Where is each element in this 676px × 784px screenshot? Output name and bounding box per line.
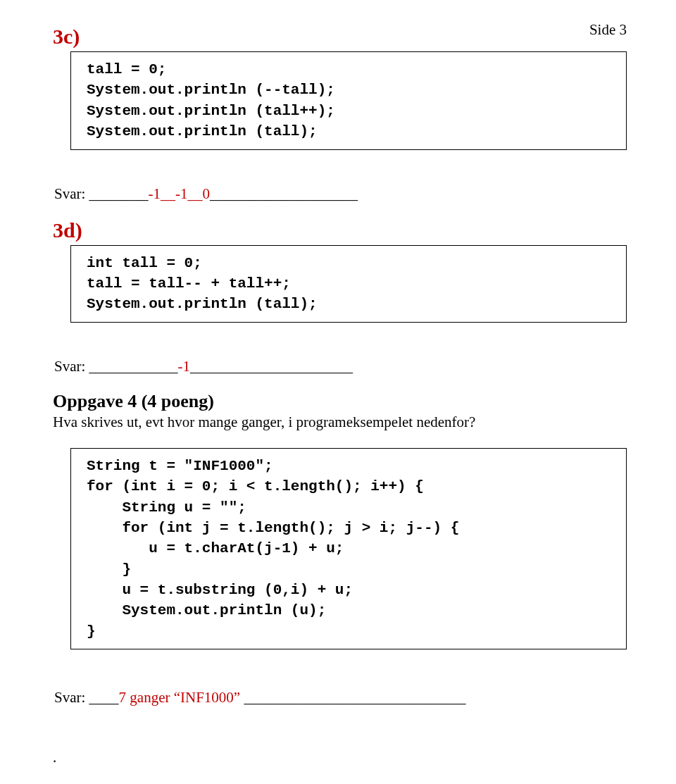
code-box-3d: int tall = 0; tall = tall-- + tall++; Sy… <box>70 245 627 323</box>
svar-answer-3d: -1 <box>178 358 191 375</box>
svar-answer-4: 7 ganger “INF1000” <box>119 689 244 706</box>
code-box-4: String t = "INF1000"; for (int i = 0; i … <box>70 448 627 650</box>
page-content: Side 3 3c) tall = 0; System.out.println … <box>0 0 676 784</box>
question-4-heading: Oppgave 4 (4 poeng) <box>53 391 627 412</box>
svar-prefix-3d: Svar: ____________ <box>54 358 178 375</box>
svar-suffix-4: ______________________________ <box>244 689 465 706</box>
page-number: Side 3 <box>589 21 627 39</box>
svar-suffix-3d: ______________________ <box>190 358 353 375</box>
svar-prefix-4: Svar: ____ <box>54 689 119 706</box>
code-box-3c: tall = 0; System.out.println (--tall); S… <box>70 51 627 150</box>
question-4-description: Hva skrives ut, evt hvor mange ganger, i… <box>53 413 627 431</box>
question-3d-label: 3d) <box>53 218 627 242</box>
answer-line-3c: Svar: ________-1__-1__0_________________… <box>54 185 627 203</box>
question-3c-label: 3c) <box>53 25 627 49</box>
svar-suffix-3c: ____________________ <box>210 185 358 202</box>
svar-prefix-3c: Svar: ________ <box>54 185 149 202</box>
answer-line-3d: Svar: ____________-1____________________… <box>54 358 627 375</box>
svar-answer-3c: -1__-1__0 <box>149 185 211 202</box>
answer-line-4: Svar: ____7 ganger “INF1000” ___________… <box>54 689 627 707</box>
footer-dot: . <box>53 749 627 766</box>
